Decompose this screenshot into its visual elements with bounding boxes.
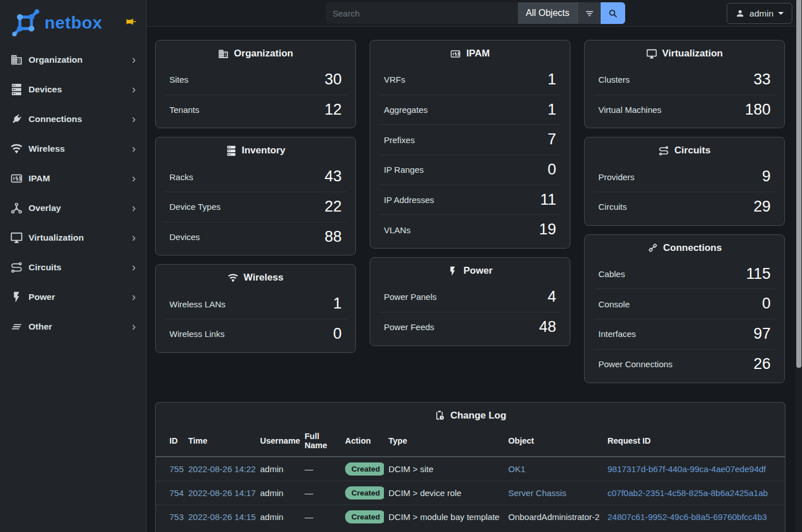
stat-label: Wireless LANs: [169, 299, 225, 309]
stat-value[interactable]: 180: [745, 101, 771, 119]
change-time-link[interactable]: 2022-08-26 14:22: [188, 464, 256, 474]
stat-label: IP Ranges: [384, 165, 424, 174]
request-id-link[interactable]: 9817317d-b67f-440a-99ca-4ae07ede94df: [607, 464, 766, 474]
transit-icon: [658, 145, 669, 156]
change-type: DCIM > device role: [384, 481, 504, 505]
sidebar-item-label: Organization: [29, 55, 132, 65]
stat-label: Tenants: [169, 105, 200, 115]
pin-sidebar-icon[interactable]: [125, 16, 137, 27]
stat-value[interactable]: 29: [754, 198, 771, 216]
counter-icon: [10, 172, 23, 185]
stat-value[interactable]: 4: [548, 289, 556, 306]
stat-value[interactable]: 97: [754, 326, 771, 343]
change-object-link[interactable]: Server Chassis: [508, 488, 566, 498]
user-menu-button[interactable]: admin: [727, 3, 792, 24]
stat-value[interactable]: 11: [540, 192, 556, 209]
stat-value[interactable]: 0: [333, 326, 342, 343]
stat-value[interactable]: 30: [325, 71, 342, 88]
stat-value[interactable]: 43: [325, 168, 342, 185]
stat-value[interactable]: 1: [548, 71, 556, 88]
change-time-link[interactable]: 2022-08-26 14:15: [188, 512, 256, 522]
sidebar-item-other[interactable]: Other ›: [0, 312, 146, 342]
request-id-link[interactable]: c07f0ab2-2351-4c58-825a-8b6a2425a1ab: [607, 488, 768, 498]
stat-label: VLANs: [384, 225, 411, 235]
change-time-link[interactable]: 2022-08-26 14:17: [188, 488, 256, 498]
stat-label: Clusters: [598, 75, 630, 84]
sidebar-item-label: Other: [29, 322, 132, 332]
stat-row: Tenants12: [165, 95, 346, 125]
stat-label: Providers: [598, 172, 634, 182]
dashboard-column-1: Organization Sites30 Tenants12 Inventory…: [155, 40, 356, 353]
logo[interactable]: netbox: [0, 0, 146, 45]
change-type: DCIM > site: [384, 457, 504, 481]
chevron-right-icon: ›: [132, 143, 136, 156]
stat-label: Power Panels: [384, 292, 437, 302]
stat-value[interactable]: 9: [762, 168, 771, 185]
stat-label: Devices: [169, 232, 200, 242]
scrollbar-thumb[interactable]: [796, 0, 801, 368]
sidebar-item-circuits[interactable]: Circuits ›: [0, 253, 146, 282]
stat-value[interactable]: 7: [548, 131, 556, 148]
stat-value[interactable]: 115: [746, 266, 771, 283]
search-input[interactable]: [326, 2, 518, 24]
request-id-link[interactable]: 24807c61-9952-49c6-b8a5-69760bfcc4b3: [607, 512, 767, 522]
stat-row: Console0: [594, 289, 775, 319]
sidebar-item-power[interactable]: Power ›: [0, 282, 146, 312]
stat-row: IP Ranges0: [379, 155, 561, 185]
stat-label: Racks: [169, 172, 193, 182]
stat-value[interactable]: 0: [762, 295, 771, 312]
clipboard-clock-icon: [434, 410, 445, 421]
stat-label: Interfaces: [598, 329, 636, 339]
sidebar-nav: Organization › Devices › Connections › W…: [0, 45, 146, 342]
column-header-fullname: Full Name: [300, 427, 341, 457]
stat-label: IP Addresses: [384, 195, 434, 205]
stat-value[interactable]: 33: [754, 71, 771, 88]
card-title-text: Circuits: [674, 145, 710, 156]
stat-value[interactable]: 0: [548, 161, 556, 178]
stat-value[interactable]: 1: [333, 295, 342, 312]
card-title-text: Change Log: [450, 410, 506, 421]
changelog-row: 753 2022-08-26 14:15 admin — Created DCI…: [156, 505, 785, 529]
change-id-link[interactable]: 755: [169, 464, 184, 474]
change-id-link[interactable]: 753: [169, 512, 184, 522]
sidebar-item-overlay[interactable]: Overlay ›: [0, 193, 146, 223]
change-object-link[interactable]: OK1: [508, 464, 525, 474]
chevron-right-icon: ›: [132, 261, 136, 274]
connections-card: Connections Cables115 Console0 Interface…: [584, 234, 785, 383]
card-title-text: Connections: [663, 242, 722, 254]
stat-value[interactable]: 12: [325, 101, 342, 119]
virtualization-card: Virtualization Clusters33 Virtual Machin…: [584, 40, 785, 128]
netbox-logo-icon: [10, 7, 41, 38]
sidebar-item-devices[interactable]: Devices ›: [0, 75, 146, 104]
circuits-card: Circuits Providers9 Circuits29: [584, 137, 785, 225]
change-id-link[interactable]: 754: [169, 488, 184, 498]
dashboard-column-2: IPAM VRFs1 Aggregates1 Prefixes7 IP Rang…: [370, 40, 570, 346]
search-submit-button[interactable]: [601, 2, 625, 24]
card-title-text: Virtualization: [662, 48, 723, 59]
search-filter-button[interactable]: [577, 2, 601, 24]
action-badge: Created: [345, 510, 384, 523]
search-scope-select[interactable]: All Objects: [518, 2, 577, 24]
changelog-card: Change Log ID Time Username Full Name Ac…: [155, 402, 785, 532]
stat-value[interactable]: 19: [539, 221, 556, 238]
stat-label: Cables: [598, 269, 625, 279]
column-header-type: Type: [384, 427, 504, 457]
building-icon: [218, 48, 229, 59]
wireless-card: Wireless Wireless LANs1 Wireless Links0: [155, 264, 356, 352]
sidebar-item-virtualization[interactable]: Virtualization ›: [0, 223, 146, 253]
person-icon: [735, 9, 745, 18]
stat-value[interactable]: 22: [325, 198, 342, 216]
stat-value[interactable]: 26: [754, 356, 771, 373]
transit-icon: [10, 261, 23, 274]
sidebar-item-organization[interactable]: Organization ›: [0, 45, 146, 75]
server-icon: [226, 145, 237, 156]
stat-label: VRFs: [384, 75, 406, 84]
sidebar-item-connections[interactable]: Connections ›: [0, 104, 146, 134]
stat-value[interactable]: 1: [548, 101, 556, 119]
sidebar-item-wireless[interactable]: Wireless ›: [0, 134, 146, 164]
stat-value[interactable]: 48: [539, 319, 556, 336]
chevron-right-icon: ›: [132, 83, 136, 96]
column-header-object: Object: [504, 427, 603, 457]
sidebar-item-ipam[interactable]: IPAM ›: [0, 164, 146, 193]
stat-value[interactable]: 88: [325, 229, 342, 246]
